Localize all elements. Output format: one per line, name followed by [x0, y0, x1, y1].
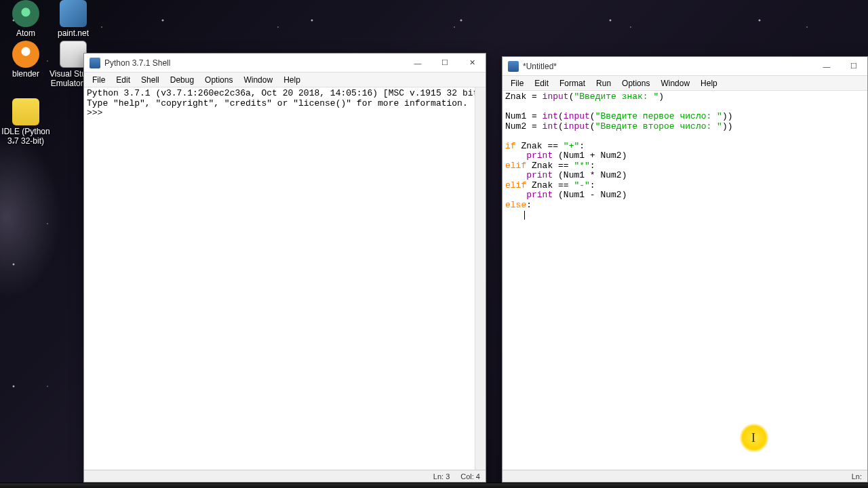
- atom-icon: [12, 0, 39, 27]
- code-text: [505, 170, 526, 180]
- code-text: (: [590, 121, 595, 131]
- vs-emulator-icon: [60, 41, 87, 68]
- code-fn: input: [564, 111, 590, 121]
- code-text: (: [558, 111, 564, 121]
- shell-line: Python 3.7.1 (v3.7.1:260ec2c36a, Oct 20 …: [87, 88, 486, 98]
- code-text: Znak =: [505, 92, 542, 102]
- code-fn: input: [542, 92, 569, 102]
- code-fn: print: [526, 170, 553, 180]
- code-kw: else: [505, 200, 526, 210]
- code-fn: print: [526, 150, 553, 161]
- titlebar[interactable]: *Untitled* — ☐: [502, 57, 867, 76]
- code-text: [505, 190, 526, 200]
- code-text: :: [590, 180, 595, 190]
- code-text: Num2 =: [505, 121, 542, 131]
- desktop-icon-label: paint.net: [58, 28, 89, 38]
- python-icon: [508, 61, 519, 72]
- text-caret: [524, 211, 525, 220]
- desktop-icon-atom[interactable]: Atom: [1, 0, 50, 38]
- code-editor[interactable]: Znak = input("Введите знак: ") Num1 = in…: [502, 91, 867, 470]
- menu-edit[interactable]: Edit: [111, 74, 136, 86]
- desktop-icon-label: blender: [12, 69, 39, 79]
- status-line: Ln:: [852, 472, 862, 481]
- menubar: File Edit Shell Debug Options Window Hel…: [84, 73, 486, 87]
- menu-edit[interactable]: Edit: [529, 77, 554, 89]
- code-str: "Введите первое число: ": [595, 111, 722, 121]
- window-title: Python 3.7.1 Shell: [104, 58, 170, 68]
- menu-format[interactable]: Format: [554, 77, 591, 89]
- code-text: (: [590, 111, 595, 121]
- code-text: Znak ==: [526, 180, 574, 190]
- titlebar[interactable]: Python 3.7.1 Shell — ☐ ✕: [84, 54, 486, 73]
- code-text: Num1 =: [505, 111, 542, 121]
- code-str: "Введите знак: ": [574, 92, 658, 102]
- menu-help[interactable]: Help: [278, 74, 306, 86]
- code-str: "*": [574, 161, 589, 171]
- desktop-icon-label: IDLE (Python 3.7 32-bit): [1, 127, 50, 146]
- desktop-icon-idle[interactable]: IDLE (Python 3.7 32-bit): [1, 98, 50, 146]
- window-python-shell: Python 3.7.1 Shell — ☐ ✕ File Edit Shell…: [83, 53, 486, 483]
- code-text: :: [579, 141, 585, 151]
- code-text: Znak ==: [526, 161, 574, 171]
- code-text: ): [658, 92, 664, 102]
- shell-line: Type "help", "copyright", "credits" or "…: [87, 98, 468, 108]
- code-kw: elif: [505, 180, 526, 190]
- menu-window[interactable]: Window: [238, 74, 278, 86]
- shell-prompt: >>>: [87, 108, 108, 118]
- desktop-icon-paintnet[interactable]: paint.net: [49, 0, 98, 38]
- code-str: "Введите второе число: ": [595, 121, 722, 131]
- code-text: :: [526, 200, 532, 210]
- menu-help[interactable]: Help: [695, 77, 723, 89]
- paintnet-icon: [60, 0, 87, 27]
- menu-file[interactable]: File: [505, 77, 529, 89]
- window-title: *Untitled*: [523, 62, 557, 71]
- code-fn: print: [526, 190, 553, 200]
- status-column: Col: 4: [460, 472, 480, 481]
- menu-debug[interactable]: Debug: [165, 74, 199, 86]
- scrollbar[interactable]: [475, 87, 486, 470]
- code-text: )): [722, 121, 733, 131]
- window-idle-editor: *Untitled* — ☐ File Edit Format Run Opti…: [502, 56, 868, 483]
- minimize-button[interactable]: —: [404, 54, 431, 73]
- maximize-button[interactable]: ☐: [840, 57, 867, 76]
- menu-file[interactable]: File: [87, 74, 111, 86]
- code-fn: int: [542, 111, 558, 121]
- idle-icon: [12, 98, 39, 125]
- desktop-icon-label: Atom: [16, 28, 35, 38]
- status-line: Ln: 3: [433, 472, 450, 481]
- code-fn: int: [542, 121, 558, 131]
- code-text: (: [558, 121, 564, 131]
- code-text: )): [722, 111, 733, 121]
- menu-run[interactable]: Run: [591, 77, 616, 89]
- code-text: (Num1 - Num2): [553, 190, 627, 200]
- code-fn: input: [564, 121, 590, 131]
- code-kw: if: [505, 141, 516, 151]
- code-text: [505, 150, 526, 161]
- menubar: File Edit Format Run Options Window Help: [502, 76, 867, 91]
- menu-options[interactable]: Options: [616, 77, 655, 89]
- menu-options[interactable]: Options: [199, 74, 238, 86]
- code-kw: elif: [505, 161, 526, 171]
- code-str: "+": [564, 141, 579, 151]
- maximize-button[interactable]: ☐: [431, 54, 458, 73]
- shell-output[interactable]: Python 3.7.1 (v3.7.1:260ec2c36a, Oct 20 …: [84, 87, 486, 470]
- close-button[interactable]: ✕: [458, 54, 486, 73]
- menu-window[interactable]: Window: [655, 77, 695, 89]
- code-text: (Num1 * Num2): [553, 170, 627, 180]
- minimize-button[interactable]: —: [813, 57, 840, 76]
- code-text: (Num1 + Num2): [553, 150, 627, 161]
- code-text: :: [590, 161, 595, 171]
- statusbar: Ln:: [502, 470, 867, 482]
- taskbar[interactable]: [0, 483, 868, 488]
- python-icon: [90, 58, 100, 68]
- statusbar: Ln: 3 Col: 4: [84, 470, 486, 482]
- code-str: "-": [574, 180, 589, 190]
- code-text: Znak ==: [516, 141, 564, 151]
- menu-shell[interactable]: Shell: [136, 74, 165, 86]
- desktop-icon-blender[interactable]: blender: [1, 41, 50, 79]
- blender-icon: [12, 41, 39, 68]
